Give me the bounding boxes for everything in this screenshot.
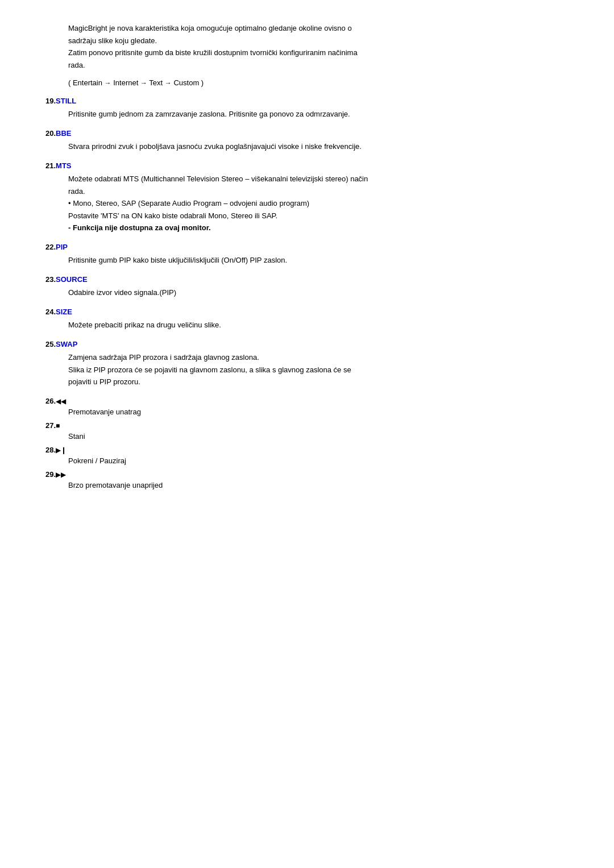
item-icon-3: ▶▶	[56, 471, 66, 479]
section-body-22: Pritisnite gumb PIP kako biste uključili…	[68, 255, 569, 266]
section-20-line-0: Stvara prirodni zvuk i poboljšava jasnoć…	[68, 141, 569, 152]
section-24-line-0: Možete prebaciti prikaz na drugu veličin…	[68, 319, 569, 331]
section-23-line-0: Odabire izvor video signala.(PIP)	[68, 287, 569, 298]
section-body-23: Odabire izvor video signala.(PIP)	[68, 287, 569, 298]
item-27-block: 27.■Stani	[45, 420, 569, 442]
item-num-2: 28.	[45, 446, 56, 454]
section-21-line-2: • Mono, Stereo, SAP (Separate Audio Prog…	[68, 198, 569, 209]
section-21-line-3: Postavite 'MTS' na ON kako biste odabral…	[68, 210, 569, 222]
arrow1: →	[105, 78, 111, 88]
item-num-0: 26.	[45, 397, 56, 405]
intro-line4: rada.	[68, 60, 569, 71]
section-num-23: 23.	[45, 275, 56, 284]
items2629-container: 26.◀◀Premotavanje unatrag27.■Stani28.▶❙P…	[45, 396, 569, 491]
section-num-19: 19.	[45, 97, 56, 105]
section-title-21: 21.MTS	[45, 160, 569, 172]
section-body-24: Možete prebaciti prikaz na drugu veličin…	[68, 319, 569, 331]
section-title-20: 20.BBE	[45, 128, 569, 139]
section-23: 23.SOURCEOdabire izvor video signala.(PI…	[45, 274, 569, 298]
item-desc-0: Premotavanje unatrag	[68, 406, 569, 418]
section-title-19: 19.STILL	[45, 95, 569, 107]
flow-prefix: ( Entertain	[68, 78, 102, 87]
section-num-25: 25.	[45, 340, 56, 348]
arrow2: →	[140, 78, 147, 88]
section-25: 25.SWAPZamjena sadržaja PIP prozora i sa…	[45, 339, 569, 388]
item-desc-3: Brzo premotavanje unaprijed	[68, 480, 569, 491]
section-19: 19.STILLPritisnite gumb jednom za zamrza…	[45, 95, 569, 120]
item-26-title: 26.◀◀	[45, 396, 569, 407]
item-icon-1: ■	[56, 422, 60, 430]
flow-item3: Custom )	[173, 78, 204, 87]
item-icon-2: ▶❙	[56, 446, 67, 454]
intro-line3: Zatim ponovo pritisnite gumb da biste kr…	[68, 47, 569, 59]
section-title-23: 23.SOURCE	[45, 274, 569, 285]
item-28-block: 28.▶❙Pokreni / Pauziraj	[45, 445, 569, 467]
section-21: 21.MTSMožete odabrati MTS (Multichannel …	[45, 160, 569, 234]
section-25-line-0: Zamjena sadržaja PIP prozora i sadržaja …	[68, 352, 569, 363]
flow-item1: Internet	[113, 78, 138, 87]
item-num-1: 27.	[45, 421, 56, 430]
item-29-block: 29.▶▶Brzo premotavanje unaprijed	[45, 469, 569, 491]
section-21-line-1: rada.	[68, 186, 569, 197]
section-body-21: Možete odabrati MTS (Multichannel Televi…	[68, 173, 569, 234]
section-24: 24.SIZEMožete prebaciti prikaz na drugu …	[45, 306, 569, 331]
item-desc-1: Stani	[68, 431, 569, 442]
section-body-20: Stvara prirodni zvuk i poboljšava jasnoć…	[68, 141, 569, 152]
section-label-20: BBE	[56, 129, 71, 138]
section-label-23: SOURCE	[56, 275, 88, 284]
section-label-21: MTS	[56, 161, 71, 170]
section-25-line-1: Slika iz PIP prozora će se pojaviti na g…	[68, 364, 569, 376]
sections-container: 19.STILLPritisnite gumb jednom za zamrza…	[45, 95, 569, 388]
section-label-24: SIZE	[56, 308, 72, 316]
section-num-21: 21.	[45, 161, 56, 170]
item-icon-0: ◀◀	[56, 397, 66, 405]
section-22: 22.PIPPritisnite gumb PIP kako biste ukl…	[45, 242, 569, 266]
section-num-20: 20.	[45, 129, 56, 138]
item-28-title: 28.▶❙	[45, 445, 569, 456]
section-21-line-4: - Funkcija nije dostupna za ovaj monitor…	[68, 222, 569, 234]
flow-line: ( Entertain → Internet → Text → Custom )	[68, 77, 569, 89]
item-desc-2: Pokreni / Pauziraj	[68, 455, 569, 467]
section-label-25: SWAP	[56, 340, 77, 348]
item-num-3: 29.	[45, 470, 56, 479]
intro-line2: sadržaju slike koju gledate.	[68, 35, 569, 47]
section-25-line-2: pojaviti u PIP prozoru.	[68, 376, 569, 388]
section-body-19: Pritisnite gumb jednom za zamrzavanje za…	[68, 109, 569, 120]
section-title-25: 25.SWAP	[45, 339, 569, 350]
item-27-title: 27.■	[45, 420, 569, 431]
item-29-title: 29.▶▶	[45, 469, 569, 480]
section-label-19: STILL	[56, 97, 76, 105]
section-22-line-0: Pritisnite gumb PIP kako biste uključili…	[68, 255, 569, 266]
section-num-22: 22.	[45, 243, 56, 251]
flow-item2: Text	[149, 78, 163, 87]
section-num-24: 24.	[45, 308, 56, 316]
section-body-25: Zamjena sadržaja PIP prozora i sadržaja …	[68, 352, 569, 388]
item-26-block: 26.◀◀Premotavanje unatrag	[45, 396, 569, 418]
page: MagicBright je nova karakteristika koja …	[0, 0, 614, 868]
section-title-22: 22.PIP	[45, 242, 569, 253]
intro-line1: MagicBright je nova karakteristika koja …	[68, 23, 569, 34]
intro-block: MagicBright je nova karakteristika koja …	[68, 23, 569, 70]
section-title-24: 24.SIZE	[45, 306, 569, 318]
section-19-line-0: Pritisnite gumb jednom za zamrzavanje za…	[68, 109, 569, 120]
arrow3: →	[165, 78, 172, 88]
section-label-22: PIP	[56, 243, 68, 251]
section-20: 20.BBEStvara prirodni zvuk i poboljšava …	[45, 128, 569, 152]
section-21-line-0: Možete odabrati MTS (Multichannel Televi…	[68, 173, 569, 185]
